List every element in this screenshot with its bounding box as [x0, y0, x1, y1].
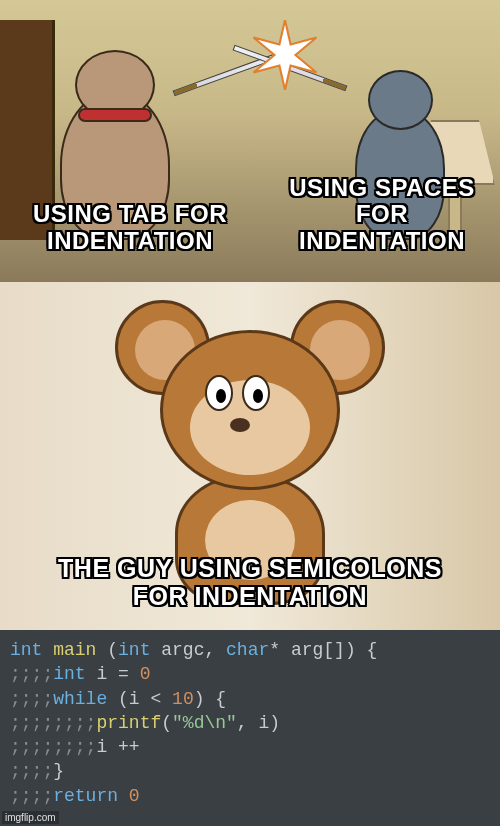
code-line: ;;;;;;;;i ++	[10, 735, 490, 759]
meme-image: USING TAB FOR INDENTATION USING SPACES F…	[0, 0, 500, 826]
caption-semicolons: THE GUY USING SEMICOLONS FOR INDENTATION	[40, 555, 460, 610]
watermark: imgflip.com	[2, 811, 59, 824]
code-line: ;;;;;;;;printf("%d\n", i)	[10, 711, 490, 735]
sword-clash-spark-icon	[250, 20, 320, 90]
middle-panel-jerry: THE GUY USING SEMICOLONS FOR INDENTATION	[0, 282, 500, 630]
svg-marker-0	[254, 20, 317, 90]
code-line: ;;;;while (i < 10) {	[10, 687, 490, 711]
code-line: int main (int argc, char* arg[]) {	[10, 638, 490, 662]
code-line: ;;;;int i = 0	[10, 662, 490, 686]
code-panel: int main (int argc, char* arg[]) { ;;;;i…	[0, 630, 500, 826]
code-line: ;;;;return 0	[10, 784, 490, 808]
top-panel-sword-fight: USING TAB FOR INDENTATION USING SPACES F…	[0, 0, 500, 282]
code-line: ;;;;}	[10, 759, 490, 783]
caption-tab: USING TAB FOR INDENTATION	[30, 201, 230, 254]
caption-spaces: USING SPACES FOR INDENTATION	[282, 175, 482, 254]
